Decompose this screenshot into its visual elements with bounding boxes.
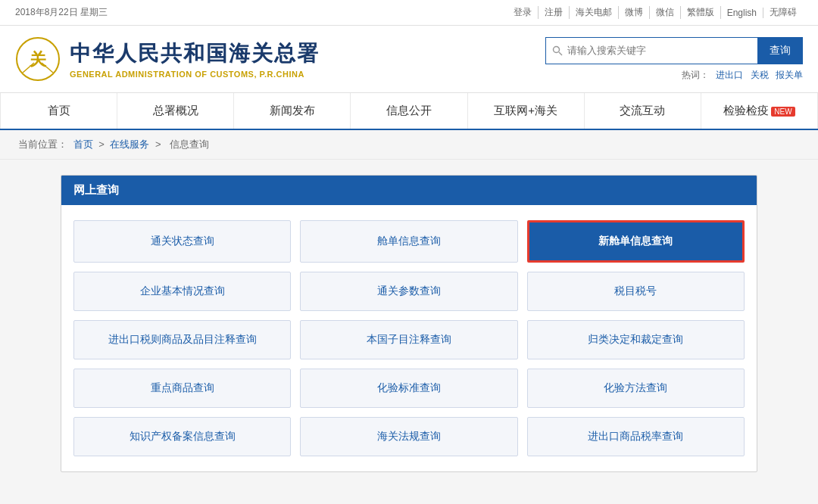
- top-link-email[interactable]: 海关电邮: [570, 6, 619, 19]
- search-box: 查询: [545, 37, 803, 64]
- top-link-english[interactable]: English: [721, 8, 763, 18]
- nav-home[interactable]: 首页: [0, 93, 117, 129]
- search-button[interactable]: 查询: [757, 37, 803, 64]
- btn-national-notes[interactable]: 本国子目注释查询: [300, 320, 517, 359]
- top-link-register[interactable]: 注册: [539, 6, 570, 19]
- nav-inspection[interactable]: 检验检疫NEW: [701, 93, 818, 129]
- breadcrumb-label: 当前位置：: [18, 138, 67, 150]
- breadcrumb: 当前位置： 首页 > 在线服务 > 信息查询: [0, 130, 818, 160]
- hot-link-import[interactable]: 进出口: [716, 70, 743, 80]
- top-link-login[interactable]: 登录: [507, 6, 539, 19]
- top-bar: 2018年8月22日 星期三 登录 注册 海关电邮 微博 微信 繁體版 Engl…: [0, 0, 818, 26]
- btn-clearance-status[interactable]: 通关状态查询: [73, 220, 291, 263]
- nav-overview[interactable]: 总署概况: [117, 93, 234, 129]
- logo-chinese: 中华人民共和国海关总署: [70, 39, 320, 68]
- panel-title: 网上查询: [73, 183, 119, 196]
- top-links: 登录 注册 海关电邮 微博 微信 繁體版 English 无障碍: [507, 6, 803, 19]
- logo-icon: 关: [15, 36, 61, 82]
- btn-new-manifest-info[interactable]: 新舱单信息查询: [527, 220, 745, 263]
- btn-test-standard[interactable]: 化验标准查询: [300, 369, 517, 408]
- header: 关 中华人民共和国海关总署 GENERAL ADMINISTRATION OF …: [0, 26, 818, 92]
- main-content: 网上查询 通关状态查询 舱单信息查询 新舱单信息查询 企业基本情况查询 通关参数…: [0, 160, 818, 487]
- nav-info[interactable]: 信息公开: [351, 93, 467, 129]
- btn-test-method[interactable]: 化验方法查询: [527, 369, 745, 408]
- hot-link-tariff[interactable]: 关税: [751, 70, 769, 80]
- breadcrumb-current: 信息查询: [170, 138, 209, 150]
- search-area: 查询 热词： 进出口 关税 报关单: [545, 37, 803, 82]
- panel-header: 网上查询: [61, 176, 757, 205]
- hot-label: 热词：: [682, 70, 709, 80]
- logo-text: 中华人民共和国海关总署 GENERAL ADMINISTRATION OF CU…: [70, 39, 320, 79]
- main-nav: 首页 总署概况 新闻发布 信息公开 互联网+海关 交流互动 检验检疫NEW: [0, 92, 818, 130]
- panel-body: 通关状态查询 舱单信息查询 新舱单信息查询 企业基本情况查询 通关参数查询 税目…: [61, 205, 757, 471]
- hot-link-declaration[interactable]: 报关单: [776, 70, 803, 80]
- nav-exchange[interactable]: 交流互动: [585, 93, 701, 129]
- logo-area: 关 中华人民共和国海关总署 GENERAL ADMINISTRATION OF …: [15, 36, 320, 82]
- breadcrumb-sep1: >: [98, 138, 107, 150]
- btn-tariff-notes[interactable]: 进出口税则商品及品目注释查询: [73, 320, 291, 359]
- search-input[interactable]: [545, 37, 757, 64]
- nav-news[interactable]: 新闻发布: [234, 93, 351, 129]
- top-link-traditional[interactable]: 繁體版: [681, 6, 721, 19]
- btn-company-basic[interactable]: 企业基本情况查询: [73, 272, 291, 311]
- btn-customs-law[interactable]: 海关法规查询: [300, 417, 517, 456]
- btn-classification[interactable]: 归类决定和裁定查询: [527, 320, 745, 359]
- btn-tax-number[interactable]: 税目税号: [527, 272, 745, 311]
- btn-manifest-info[interactable]: 舱单信息查询: [300, 220, 517, 263]
- breadcrumb-online[interactable]: 在线服务: [110, 138, 149, 150]
- breadcrumb-home[interactable]: 首页: [73, 138, 93, 150]
- top-link-accessible[interactable]: 无障碍: [763, 6, 803, 19]
- btn-clearance-params[interactable]: 通关参数查询: [300, 272, 517, 311]
- btn-tariff-rate[interactable]: 进出口商品税率查询: [527, 417, 745, 456]
- nav-internet[interactable]: 互联网+海关: [468, 93, 585, 129]
- btn-key-goods[interactable]: 重点商品查询: [73, 369, 291, 408]
- new-badge: NEW: [771, 107, 795, 117]
- query-panel: 网上查询 通关状态查询 舱单信息查询 新舱单信息查询 企业基本情况查询 通关参数…: [61, 175, 757, 472]
- svg-text:关: 关: [29, 50, 47, 69]
- date-label: 2018年8月22日 星期三: [15, 6, 108, 19]
- logo-english: GENERAL ADMINISTRATION OF CUSTOMS, P.R.C…: [70, 70, 320, 79]
- top-link-weibo[interactable]: 微博: [619, 6, 650, 19]
- hot-keywords: 热词： 进出口 关税 报关单: [682, 69, 803, 82]
- breadcrumb-sep2: >: [155, 138, 164, 150]
- top-link-weixin[interactable]: 微信: [650, 6, 681, 19]
- btn-ipr[interactable]: 知识产权备案信息查询: [73, 417, 291, 456]
